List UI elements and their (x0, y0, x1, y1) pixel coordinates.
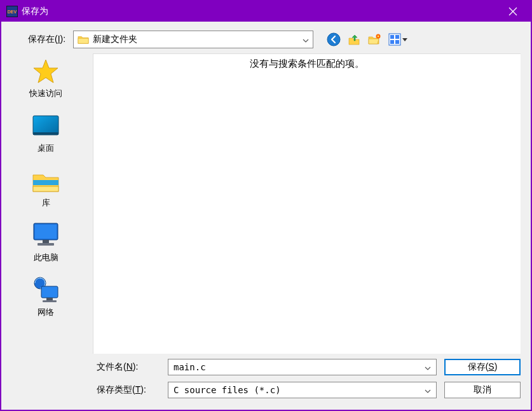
bottom-rows: 文件名(N): main.c 保存(S) 保存类型(T): (97, 359, 521, 398)
view-menu-button[interactable] (387, 32, 409, 47)
directory-dropdown[interactable]: 新建文件夹 (73, 31, 313, 48)
svg-rect-21 (43, 300, 57, 302)
sidebar-item-network[interactable]: 网络 (31, 276, 61, 318)
new-folder-icon (367, 32, 381, 46)
app-icon: DEV (6, 6, 18, 17)
close-button[interactable] (500, 3, 526, 20)
new-folder-button[interactable] (367, 32, 382, 47)
sidebar-item-label: 快速访问 (29, 88, 62, 99)
sidebar-item-desktop[interactable]: 桌面 (31, 112, 61, 154)
sidebar-item-label: 网络 (38, 307, 54, 318)
svg-rect-7 (395, 35, 399, 39)
chevron-down-icon[interactable] (425, 362, 431, 372)
filename-row: 文件名(N): main.c 保存(S) (97, 359, 521, 375)
svg-rect-16 (43, 240, 49, 243)
location-bar: 保存在(I): 新建文件夹 (1, 22, 531, 53)
svg-rect-19 (41, 286, 58, 298)
svg-rect-9 (395, 40, 399, 44)
computer-icon (31, 221, 61, 249)
filetype-dropdown[interactable]: C source files (*.c) (168, 382, 437, 398)
filename-label-post: ): (133, 361, 139, 372)
filename-label: 文件名(N): (97, 361, 160, 373)
filename-label-pre: 文件名( (97, 361, 126, 372)
star-icon (31, 57, 61, 85)
svg-rect-11 (33, 132, 58, 135)
filename-value: main.c (174, 362, 425, 372)
filetype-row: 保存类型(T): C source files (*.c) 取消 (97, 382, 521, 398)
save-button[interactable]: 保存(S) (444, 359, 521, 375)
sidebar-item-label: 桌面 (38, 143, 54, 154)
save-in-label-post: ): (60, 34, 66, 44)
filetype-value: C source files (*.c) (174, 385, 425, 395)
network-icon (31, 276, 61, 304)
back-button[interactable] (326, 32, 341, 47)
sidebar-item-quick-access[interactable]: 快速访问 (29, 57, 62, 99)
svg-rect-6 (390, 35, 394, 39)
sidebar-item-library[interactable]: 库 (31, 167, 61, 209)
up-one-level-button[interactable] (346, 32, 362, 47)
svg-rect-15 (35, 225, 57, 239)
svg-rect-10 (33, 116, 58, 135)
sidebar-item-label: 库 (42, 197, 50, 209)
svg-rect-17 (38, 243, 54, 246)
chevron-down-icon (402, 38, 407, 41)
svg-rect-8 (390, 40, 394, 44)
save-as-dialog: DEV 保存为 保存在(I): 新建文件夹 (0, 0, 532, 411)
filetype-label: 保存类型(T): (97, 384, 160, 396)
save-button-label: 保存(S) (468, 361, 498, 373)
empty-message: 没有与搜索条件匹配的项。 (93, 54, 521, 70)
view-menu-icon (388, 33, 401, 46)
chevron-down-icon (303, 35, 309, 45)
close-icon (508, 7, 517, 16)
directory-name: 新建文件夹 (93, 34, 303, 45)
svg-point-2 (327, 33, 340, 46)
toolbar-icons (326, 32, 409, 47)
save-in-label: 保存在(I): (28, 34, 65, 45)
filename-label-u: N (126, 361, 133, 372)
svg-point-4 (378, 36, 379, 37)
filetype-label-pre: 保存类型( (97, 384, 135, 394)
folder-icon (78, 34, 89, 45)
back-icon (327, 32, 341, 46)
window-title: 保存为 (22, 6, 500, 17)
file-list-area[interactable]: 没有与搜索条件匹配的项。 (93, 53, 521, 354)
titlebar: DEV 保存为 (1, 1, 531, 22)
library-icon (31, 167, 61, 195)
cancel-button[interactable]: 取消 (444, 382, 521, 398)
cancel-button-label: 取消 (474, 384, 491, 396)
svg-rect-12 (33, 180, 58, 185)
filetype-label-post: ): (140, 384, 146, 394)
svg-rect-20 (46, 298, 53, 300)
desktop-icon (31, 112, 61, 140)
sidebar-item-this-pc[interactable]: 此电脑 (31, 221, 61, 263)
svg-rect-13 (33, 186, 58, 192)
app-icon-text: DEV (8, 10, 17, 14)
filetype-label-u: T (135, 384, 141, 394)
bottom-area: 文件名(N): main.c 保存(S) 保存类型(T): (1, 354, 531, 410)
up-icon (347, 32, 361, 46)
sidebar-item-label: 此电脑 (34, 252, 58, 263)
places-sidebar: 快速访问 桌面 (1, 53, 90, 354)
chevron-down-icon[interactable] (425, 385, 431, 395)
filename-input[interactable]: main.c (168, 359, 437, 375)
body-area: 快速访问 桌面 (1, 53, 531, 354)
save-in-label-pre: 保存在( (28, 34, 58, 44)
